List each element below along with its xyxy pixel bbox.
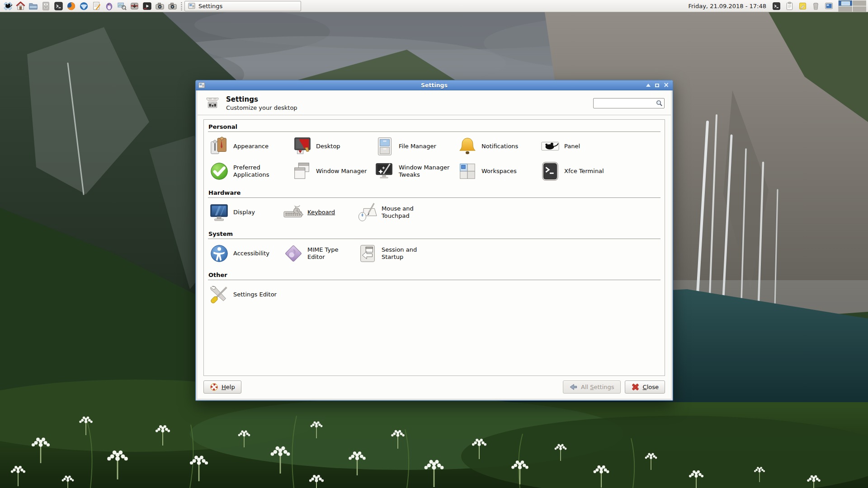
system-tray <box>772 1 834 11</box>
settings-item-window-manager-tweaks[interactable]: Window Manager Tweaks <box>373 159 456 183</box>
settings-item-appearance[interactable]: Appearance <box>208 134 291 159</box>
maximize-icon <box>655 84 659 87</box>
settings-item-mouse-touchpad[interactable]: Mouse and Touchpad <box>356 200 430 225</box>
taskbar-item-settings[interactable]: Settings <box>184 1 301 11</box>
close-window-button[interactable]: × <box>662 82 670 89</box>
settings-item-mime-type-editor[interactable]: MIME Type Editor <box>282 241 356 266</box>
section-header-other: Other <box>208 270 660 280</box>
window-icon <box>198 82 205 89</box>
image-viewer-icon[interactable] <box>115 0 128 12</box>
appearance-icon <box>209 136 230 157</box>
shade-icon <box>646 84 651 87</box>
settings-window: Settings × Settings Customize your deskt… <box>195 80 673 401</box>
search-icon[interactable] <box>656 99 663 107</box>
mouse-touchpad-icon <box>357 202 378 223</box>
settings-item-notifications[interactable]: Notifications <box>456 134 539 159</box>
all-settings-button-label: All Settings <box>581 384 614 390</box>
firefox-icon[interactable] <box>65 0 77 12</box>
page-subtitle: Customize your desktop <box>226 104 297 111</box>
settings-item-desktop[interactable]: Desktop <box>291 134 373 159</box>
section-header-hardware: Hardware <box>208 188 660 198</box>
terminal-tray-icon[interactable] <box>772 1 781 11</box>
section-personal: Appearance Desktop File Manager Notifica… <box>208 134 660 183</box>
settings-grid-frame: Personal Appearance Desktop File Manager… <box>203 119 665 376</box>
section-hardware: Display Keyboard Mouse and Touchpad <box>208 200 660 225</box>
workspace-pager <box>838 0 866 12</box>
keyboard-icon <box>283 202 304 223</box>
window-header: Settings Customize your desktop <box>198 90 671 115</box>
workspace-4[interactable] <box>853 6 866 12</box>
settings-item-display[interactable]: Display <box>208 200 282 225</box>
notifications-icon <box>457 136 478 157</box>
trash-icon[interactable] <box>811 1 821 11</box>
xfce-terminal-icon <box>540 161 561 182</box>
settings-item-panel[interactable]: Panel <box>539 134 622 159</box>
titlebar[interactable]: Settings × <box>196 80 673 90</box>
back-arrow-icon <box>569 383 578 391</box>
notes-icon[interactable] <box>798 1 807 11</box>
desktop-icon <box>292 136 312 157</box>
close-x-icon <box>631 383 640 391</box>
package-installer-icon[interactable] <box>128 0 141 12</box>
accessibility-icon <box>209 243 230 264</box>
home-icon[interactable] <box>14 0 27 12</box>
top-panel: Settings Friday, 21.09.2018 - 17:48 <box>0 0 868 12</box>
settings-window-icon <box>188 2 195 9</box>
settings-item-workspaces[interactable]: Workspaces <box>456 159 539 183</box>
search-input[interactable] <box>593 98 665 108</box>
window-manager-icon <box>292 161 312 182</box>
file-manager-icon[interactable] <box>27 0 39 12</box>
workspace-1[interactable] <box>839 0 852 6</box>
section-header-system: System <box>208 229 660 239</box>
pidgin-icon[interactable] <box>103 0 115 12</box>
maximize-button[interactable] <box>653 82 661 89</box>
file-manager-settings-icon <box>374 136 395 157</box>
close-icon: × <box>663 82 669 89</box>
settings-manager-icon <box>204 95 221 111</box>
close-button-label: Close <box>643 384 659 390</box>
media-player-icon[interactable] <box>141 0 153 12</box>
mime-type-editor-icon <box>283 243 304 264</box>
help-button-label: Help <box>222 384 235 390</box>
clipboard-icon[interactable] <box>785 1 794 11</box>
display-icon <box>209 202 230 223</box>
terminal-icon[interactable] <box>52 0 65 12</box>
settings-item-window-manager[interactable]: Window Manager <box>291 159 373 183</box>
settings-item-accessibility[interactable]: Accessibility <box>208 241 282 266</box>
camera-icon[interactable] <box>153 0 166 12</box>
help-button[interactable]: Help <box>203 380 241 394</box>
settings-item-preferred-applications[interactable]: Preferred Applications <box>208 159 291 183</box>
section-header-personal: Personal <box>208 122 660 132</box>
panel-settings-icon <box>540 136 561 157</box>
taskbar-item-label: Settings <box>198 3 222 9</box>
archive-manager-icon[interactable] <box>39 0 52 12</box>
close-button[interactable]: Close <box>625 380 665 394</box>
session-startup-icon <box>357 243 378 264</box>
workspace-3[interactable] <box>839 6 852 12</box>
section-system: Accessibility MIME Type Editor Session a… <box>208 241 660 266</box>
shade-button[interactable] <box>644 82 652 89</box>
preferred-applications-icon <box>209 161 230 182</box>
window-manager-tweaks-icon <box>374 161 395 182</box>
window-footer: Help All Settings Close <box>198 376 671 399</box>
display-tray-icon[interactable] <box>824 1 834 11</box>
xfce-menu-icon[interactable] <box>1 0 14 12</box>
workspaces-icon <box>457 161 478 182</box>
window-title: Settings <box>196 82 673 89</box>
settings-item-settings-editor[interactable]: Settings Editor <box>208 282 307 307</box>
settings-item-keyboard[interactable]: Keyboard <box>282 200 356 225</box>
settings-editor-icon <box>209 284 230 305</box>
panel-separator <box>180 2 183 10</box>
panel-clock[interactable]: Friday, 21.09.2018 - 17:48 <box>688 3 766 9</box>
section-other: Settings Editor <box>208 282 660 307</box>
page-title: Settings <box>226 95 297 103</box>
settings-item-file-manager[interactable]: File Manager <box>373 134 456 159</box>
help-icon <box>210 383 218 391</box>
workspace-2[interactable] <box>853 0 866 6</box>
settings-item-session-and-startup[interactable]: Session and Startup <box>356 241 430 266</box>
all-settings-button[interactable]: All Settings <box>563 380 621 394</box>
text-editor-icon[interactable] <box>90 0 103 12</box>
settings-item-xfce-terminal[interactable]: Xfce Terminal <box>539 159 622 183</box>
thunderbird-icon[interactable] <box>77 0 90 12</box>
screenshot-icon[interactable] <box>166 0 179 12</box>
